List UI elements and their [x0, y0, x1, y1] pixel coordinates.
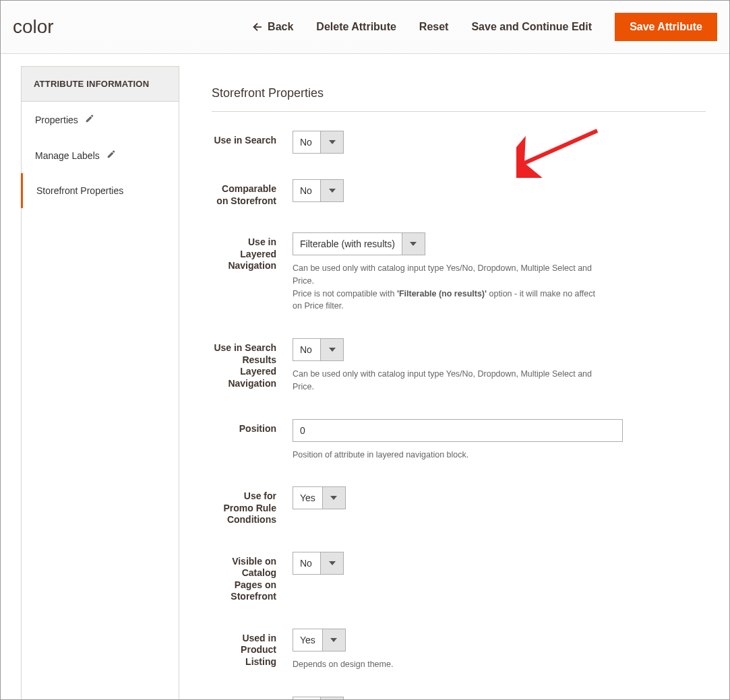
field-label: Used in Product Listing	[212, 629, 293, 668]
select-value: Yes	[293, 629, 322, 651]
field-position: Position Position of attribute in layere…	[212, 419, 706, 462]
field-promo-rule: Use for Promo Rule Conditions Yes	[212, 486, 706, 526]
use-in-search-select[interactable]: No	[293, 131, 344, 154]
field-label: Use in Layered Navigation	[212, 232, 293, 272]
select-value: No	[293, 697, 320, 701]
header-actions: Back Delete Attribute Reset Save and Con…	[251, 13, 717, 41]
help-text: Position of attribute in layered navigat…	[293, 449, 603, 462]
field-label: Use in Search	[212, 131, 293, 147]
sorting-select[interactable]: No	[293, 697, 344, 701]
delete-attribute-button[interactable]: Delete Attribute	[316, 21, 396, 33]
layered-navigation-select[interactable]: Filterable (with results)	[293, 232, 425, 255]
select-value: Yes	[293, 487, 322, 509]
sidebar-item-label: Storefront Properties	[36, 185, 123, 196]
svg-marker-7	[330, 638, 337, 642]
page-body: ATTRIBUTE INFORMATION Properties Manage …	[1, 54, 729, 700]
svg-marker-3	[410, 242, 417, 246]
field-layered-navigation: Use in Layered Navigation Filterable (wi…	[212, 232, 706, 313]
svg-marker-4	[329, 348, 336, 352]
field-label: Use in Search Results Layered Navigation	[212, 338, 293, 389]
pencil-icon	[107, 150, 116, 161]
sidebar-item-manage-labels[interactable]: Manage Labels	[22, 137, 179, 173]
field-label: Position	[212, 419, 293, 435]
back-button[interactable]: Back	[251, 21, 293, 33]
chevron-down-icon	[320, 697, 343, 701]
chevron-down-icon	[322, 487, 345, 509]
save-continue-label: Save and Continue Edit	[471, 21, 592, 33]
reset-label: Reset	[419, 21, 449, 33]
back-label: Back	[268, 21, 293, 33]
field-label: Comparable on Storefront	[212, 179, 293, 207]
section-title: Storefront Properties	[212, 66, 706, 112]
select-value: No	[293, 552, 320, 574]
save-continue-button[interactable]: Save and Continue Edit	[471, 21, 592, 33]
reset-button[interactable]: Reset	[419, 21, 449, 33]
field-label: Use for Promo Rule Conditions	[212, 486, 293, 526]
pencil-icon	[85, 114, 94, 125]
sidebar-item-label: Manage Labels	[35, 150, 100, 161]
chevron-down-icon	[402, 233, 425, 255]
select-value: No	[293, 131, 320, 153]
help-line: Price is not compatible with	[293, 289, 397, 298]
field-label: Used for Sorting in Product Listing	[212, 697, 293, 701]
sidebar-item-properties[interactable]: Properties	[22, 102, 179, 137]
save-attribute-button[interactable]: Save Attribute	[615, 13, 717, 41]
select-value: Filterable (with results)	[293, 233, 402, 255]
svg-marker-1	[329, 140, 336, 144]
delete-label: Delete Attribute	[316, 21, 396, 33]
help-text: Can be used only with catalog input type…	[293, 262, 603, 313]
sidebar-item-storefront-properties[interactable]: Storefront Properties	[21, 173, 179, 208]
field-visible-catalog: Visible on Catalog Pages on Storefront N…	[212, 552, 706, 603]
field-label: Visible on Catalog Pages on Storefront	[212, 552, 293, 603]
sidebar-item-label: Properties	[35, 115, 78, 125]
select-value: No	[293, 339, 320, 360]
arrow-left-icon	[251, 21, 264, 33]
help-bold: 'Filterable (no results)'	[397, 289, 487, 298]
position-input[interactable]	[293, 419, 623, 442]
visible-catalog-select[interactable]: No	[293, 552, 344, 575]
chevron-down-icon	[320, 339, 343, 360]
main-content: Storefront Properties Use in Search No C…	[179, 66, 706, 700]
field-comparable: Comparable on Storefront No	[212, 179, 706, 207]
field-product-listing: Used in Product Listing Yes Depends on d…	[212, 629, 706, 671]
page-header: color Back Delete Attribute Reset Save a…	[1, 1, 729, 54]
help-text: Can be used only with catalog input type…	[293, 368, 603, 393]
promo-rule-select[interactable]: Yes	[293, 486, 346, 509]
search-results-layered-nav-select[interactable]: No	[293, 338, 344, 361]
field-use-in-search: Use in Search No	[212, 131, 706, 154]
chevron-down-icon	[320, 131, 343, 153]
sidebar-heading: ATTRIBUTE INFORMATION	[22, 67, 179, 102]
field-sorting: Used for Sorting in Product Listing No D…	[212, 697, 706, 701]
svg-marker-5	[330, 496, 337, 500]
product-listing-select[interactable]: Yes	[293, 629, 346, 651]
chevron-down-icon	[320, 180, 343, 201]
page-title: color	[13, 16, 54, 38]
comparable-select[interactable]: No	[293, 179, 344, 202]
help-text: Depends on design theme.	[293, 658, 603, 671]
svg-marker-6	[329, 561, 336, 565]
help-line: Can be used only with catalog input type…	[293, 263, 592, 286]
sidebar: ATTRIBUTE INFORMATION Properties Manage …	[21, 66, 179, 700]
chevron-down-icon	[320, 552, 343, 574]
chevron-down-icon	[322, 629, 345, 651]
field-search-results-layered-nav: Use in Search Results Layered Navigation…	[212, 338, 706, 393]
select-value: No	[293, 180, 320, 201]
svg-marker-2	[329, 189, 336, 193]
